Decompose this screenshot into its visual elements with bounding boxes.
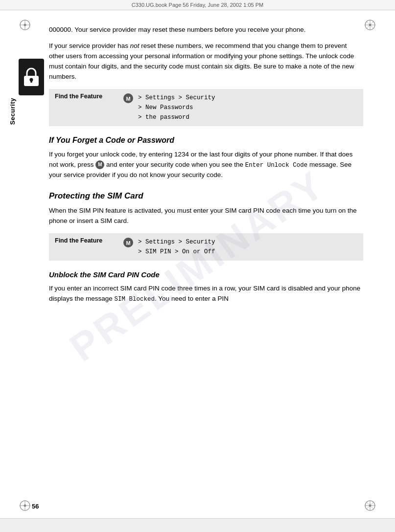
heading-unblock: Unblock the SIM Card PIN Code	[49, 270, 363, 279]
svg-point-19	[369, 505, 372, 507]
enter-unlock-code: Enter Unlock Code	[245, 162, 308, 169]
intro-paragraph: 000000. Your service provider may reset …	[49, 25, 363, 35]
find-feature-label-2: Find the Feature	[55, 237, 118, 244]
corner-mark-br	[364, 499, 376, 513]
unblock-paragraph: If you enter an incorrect SIM card PIN c…	[49, 284, 363, 304]
content-area: 000000. Your service provider may reset …	[0, 10, 395, 339]
not-emphasis: not	[130, 42, 139, 49]
header-text: C330.UG.book Page 56 Friday, June 28, 20…	[132, 2, 263, 8]
svg-text:M: M	[126, 95, 130, 101]
page-container: C330.UG.book Page 56 Friday, June 28, 20…	[0, 0, 395, 532]
find-feature-box-1: Find the Feature M > Settings > Security…	[49, 89, 363, 126]
find-feature-icon-2: M	[123, 238, 133, 247]
menu-icon-inline: M	[95, 160, 104, 169]
forget-paragraph: If you forget your unlock code, try ente…	[49, 150, 363, 180]
header-bar: C330.UG.book Page 56 Friday, June 28, 20…	[0, 0, 395, 10]
find-feature-icon-1: M	[123, 93, 133, 103]
path2-line2: > SIM PIN > On or Off	[138, 248, 215, 255]
find-feature-path-2: > Settings > Security > SIM PIN > On or …	[138, 237, 215, 257]
svg-text:M: M	[126, 240, 130, 245]
page-number: 56	[32, 503, 39, 510]
path-line1: > Settings > Security	[138, 94, 215, 101]
find-feature-path-1: > Settings > Security > New Passwords > …	[138, 93, 215, 122]
path2-line1: > Settings > Security	[138, 239, 215, 245]
sim-blocked-text: SIM Blocked	[115, 296, 155, 303]
bottom-border	[0, 518, 395, 532]
corner-mark-bl	[19, 499, 31, 513]
sim-paragraph: When the SIM PIN feature is activated, y…	[49, 206, 363, 226]
warning-paragraph: If your service provider has not reset t…	[49, 41, 363, 82]
path-line3: > the password	[138, 114, 189, 121]
find-feature-box-2: Find the Feature M > Settings > Security…	[49, 233, 363, 261]
heading-sim: Protecting the SIM Card	[49, 191, 363, 201]
heading-forget: If You Forget a Code or Password	[49, 136, 363, 145]
find-feature-label-1: Find the Feature	[55, 93, 118, 100]
path-line2: > New Passwords	[138, 104, 193, 111]
svg-point-13	[24, 505, 26, 507]
